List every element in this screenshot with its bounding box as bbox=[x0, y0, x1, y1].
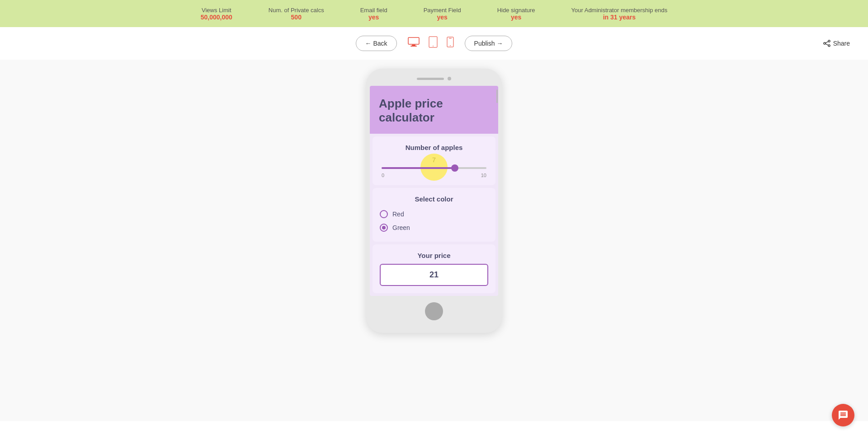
svg-rect-7 bbox=[449, 38, 452, 39]
hide-signature-item: Hide signature yes bbox=[497, 7, 535, 21]
radio-green[interactable]: Green bbox=[380, 221, 488, 234]
slider-labels: 0 10 bbox=[382, 173, 486, 178]
phone-screen-wrapper: Apple price calculator Number of apples … bbox=[370, 86, 498, 296]
views-limit-label: Views Limit bbox=[201, 7, 232, 14]
radio-circle-green bbox=[380, 224, 388, 232]
email-field-item: Email field yes bbox=[360, 7, 387, 21]
payment-field-value: yes bbox=[424, 14, 461, 21]
phone-top-bar bbox=[370, 77, 498, 80]
radio-label-red: Red bbox=[392, 211, 404, 218]
slider-section: Number of apples 7 0 10 bbox=[373, 136, 495, 185]
tablet-icon[interactable] bbox=[427, 34, 439, 52]
phone-mockup: Apple price calculator Number of apples … bbox=[366, 69, 502, 333]
radio-red[interactable]: Red bbox=[380, 207, 488, 221]
radio-circle-red bbox=[380, 210, 388, 218]
slider-value: 7 bbox=[380, 156, 488, 164]
private-calcs-item: Num. of Private calcs 500 bbox=[269, 7, 324, 21]
color-section-label: Select color bbox=[380, 195, 488, 203]
svg-point-4 bbox=[433, 46, 434, 47]
top-banner: Views Limit 50,000,000 Num. of Private c… bbox=[0, 0, 868, 27]
slider-track bbox=[382, 167, 486, 169]
phone-camera bbox=[448, 77, 451, 80]
slider-thumb[interactable] bbox=[451, 164, 458, 172]
phone-speaker bbox=[417, 78, 444, 80]
slider-min: 0 bbox=[382, 173, 384, 178]
mobile-icon[interactable] bbox=[445, 35, 456, 52]
svg-line-12 bbox=[825, 44, 828, 45]
screen-scroll-indicator bbox=[496, 86, 498, 296]
price-value: 21 bbox=[380, 264, 488, 286]
chat-bubble[interactable] bbox=[832, 404, 854, 426]
main-content: Apple price calculator Number of apples … bbox=[0, 60, 868, 421]
app-title: Apple price calculator bbox=[379, 97, 489, 125]
payment-field-label: Payment Field bbox=[424, 7, 461, 14]
payment-field-item: Payment Field yes bbox=[424, 7, 461, 21]
phone-screen: Apple price calculator Number of apples … bbox=[370, 86, 498, 296]
email-field-label: Email field bbox=[360, 7, 387, 14]
slider-label: Number of apples bbox=[380, 144, 488, 151]
views-limit-item: Views Limit 50,000,000 bbox=[201, 7, 232, 21]
phone-bottom bbox=[370, 296, 498, 322]
slider-container[interactable]: 0 10 bbox=[380, 167, 488, 178]
membership-item: Your Administrator membership ends in 31… bbox=[571, 7, 668, 21]
color-section: Select color Red Green bbox=[373, 188, 495, 242]
private-calcs-value: 500 bbox=[269, 14, 324, 21]
publish-button[interactable]: Publish → bbox=[465, 36, 513, 51]
svg-point-9 bbox=[828, 45, 830, 47]
svg-rect-1 bbox=[412, 45, 415, 46]
desktop-icon[interactable] bbox=[406, 35, 421, 51]
price-label: Your price bbox=[380, 252, 488, 259]
svg-point-8 bbox=[828, 40, 830, 42]
svg-rect-2 bbox=[410, 46, 417, 47]
toolbar: ← Back bbox=[0, 27, 868, 60]
price-section: Your price 21 bbox=[373, 244, 495, 293]
device-icons bbox=[406, 34, 456, 52]
scroll-nub bbox=[496, 89, 498, 103]
private-calcs-label: Num. of Private calcs bbox=[269, 7, 324, 14]
toolbar-center: ← Back bbox=[356, 34, 513, 52]
hide-signature-label: Hide signature bbox=[497, 7, 535, 14]
svg-line-11 bbox=[825, 42, 828, 43]
share-label: Share bbox=[833, 40, 850, 47]
app-header: Apple price calculator bbox=[370, 86, 498, 134]
views-limit-value: 50,000,000 bbox=[201, 14, 232, 21]
svg-rect-0 bbox=[408, 37, 419, 44]
radio-label-green: Green bbox=[392, 224, 410, 231]
back-button[interactable]: ← Back bbox=[356, 36, 397, 51]
share-button[interactable]: Share bbox=[823, 40, 850, 47]
slider-fill bbox=[382, 167, 455, 169]
svg-point-10 bbox=[824, 42, 826, 44]
slider-max: 10 bbox=[481, 173, 486, 178]
home-button[interactable] bbox=[425, 302, 443, 320]
membership-label: Your Administrator membership ends bbox=[571, 7, 668, 14]
hide-signature-value: yes bbox=[497, 14, 535, 21]
email-field-value: yes bbox=[360, 14, 387, 21]
svg-point-6 bbox=[450, 45, 451, 46]
membership-value: in 31 years bbox=[571, 14, 668, 21]
